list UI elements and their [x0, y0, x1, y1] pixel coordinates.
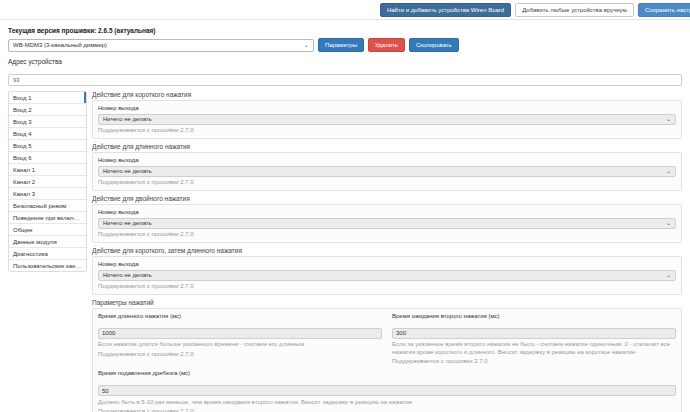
select-value: Ничего не делать: [103, 116, 152, 122]
double-press-action-select[interactable]: Ничего не делать ⌄: [98, 218, 676, 229]
second-press-wait-helper: Если за указанное время второго нажатия …: [392, 341, 676, 355]
add-manual-button[interactable]: Добавить любые устройства вручную: [515, 3, 634, 17]
debounce-time-field: Время подавления дребезга (мс) Должно бы…: [98, 370, 676, 412]
chevron-down-icon: ⌄: [304, 42, 309, 48]
select-value: Ничего не делать: [103, 168, 152, 174]
device-model-row: WB-MDM3 (3-канальный диммер) ⌄ Параметры…: [8, 38, 682, 52]
press-params-panel: Время длинного нажатия (мс) Если нажатие…: [92, 308, 682, 412]
firmware-support-note: Поддерживается с прошивки 2.7.0: [98, 127, 676, 134]
long-press-action-select[interactable]: Ничего не делать ⌄: [98, 166, 676, 177]
sidebar-item[interactable]: Общее: [9, 224, 86, 236]
params-button[interactable]: Параметры: [318, 38, 364, 52]
short-then-long-press-panel: Номер выхода Ничего не делать ⌄ Поддержи…: [92, 256, 682, 295]
sidebar-item[interactable]: Вход 3: [9, 116, 86, 128]
chevron-down-icon: ⌄: [666, 168, 671, 174]
long-press-time-field: Время длинного нажатия (мс) Если нажатие…: [98, 313, 382, 365]
device-model-value: WB-MDM3 (3-канальный диммер): [13, 42, 107, 48]
find-devices-button[interactable]: Найти и добавить устройства Wiren Board: [380, 3, 511, 17]
device-address-input[interactable]: [8, 74, 682, 86]
select-value: Ничего не делать: [103, 272, 152, 278]
firmware-support-note: Поддерживается с прошивки 2.7.0: [392, 358, 676, 365]
firmware-version-label: Текущая версия прошивки: 2.6.5 (актуальн…: [8, 27, 682, 34]
long-press-time-helper: Если нажатие длится больше указанного вр…: [98, 341, 382, 348]
sidebar-item[interactable]: Поведение при включении ...: [9, 212, 86, 224]
device-address-label: Адрес устройства: [8, 58, 682, 65]
chevron-down-icon: ⌄: [666, 116, 671, 122]
sidebar-item[interactable]: Вход 1: [9, 92, 86, 104]
chevron-down-icon: ⌄: [666, 220, 671, 226]
top-toolbar: Найти и добавить устройства Wiren Board …: [0, 0, 690, 20]
main-area: Вход 1 Вход 2 Вход 3 Вход 4 Вход 5 Вход …: [0, 88, 690, 412]
section-title-short-press: Действие для короткого нажатия: [92, 91, 682, 98]
chevron-down-icon: ⌄: [666, 272, 671, 278]
firmware-support-note: Поддерживается с прошивки 2.7.0: [98, 231, 676, 238]
section-title-short-then-long-press: Действие для короткого, затем длинного н…: [92, 247, 682, 254]
firmware-support-note: Поддерживается с прошивки 2.7.0: [98, 283, 676, 290]
output-number-label: Номер выхода: [98, 209, 676, 216]
output-number-label: Номер выхода: [98, 157, 676, 164]
sidebar-nav: Вход 1 Вход 2 Вход 3 Вход 4 Вход 5 Вход …: [8, 91, 87, 272]
device-config-page: Найти и добавить устройства Wiren Board …: [0, 0, 690, 412]
debounce-time-label: Время подавления дребезга (мс): [98, 370, 676, 377]
output-number-label: Номер выхода: [98, 105, 676, 112]
debounce-time-helper: Должно быть в 5-10 раз меньше, чем время…: [98, 399, 676, 406]
device-header: Текущая версия прошивки: 2.6.5 (актуальн…: [0, 20, 690, 88]
content-area: Действие для короткого нажатия Номер вых…: [92, 91, 682, 412]
firmware-support-note: Поддерживается с прошивки 2.7.0: [98, 351, 382, 358]
long-press-panel: Номер выхода Ничего не делать ⌄ Поддержи…: [92, 152, 682, 191]
short-press-action-select[interactable]: Ничего не делать ⌄: [98, 114, 676, 125]
output-number-label: Номер выхода: [98, 261, 676, 268]
select-value: Ничего не делать: [103, 220, 152, 226]
sidebar-item[interactable]: Диагностика: [9, 248, 86, 260]
second-press-wait-input[interactable]: [392, 328, 676, 339]
sidebar-item[interactable]: Пользовательские каналы: [9, 260, 86, 271]
copy-button[interactable]: Скопировать: [409, 38, 459, 52]
sidebar-item[interactable]: Данные модуля: [9, 236, 86, 248]
short-then-long-action-select[interactable]: Ничего не делать ⌄: [98, 270, 676, 281]
section-title-press-params: Параметры нажатий: [92, 299, 682, 306]
sidebar-item[interactable]: Вход 5: [9, 140, 86, 152]
sidebar-item[interactable]: Вход 4: [9, 128, 86, 140]
firmware-support-note: Поддерживается с прошивки 2.7.0: [98, 179, 676, 186]
sidebar-item[interactable]: Канал 1: [9, 164, 86, 176]
firmware-support-note: Поддерживается с прошивки 2.7.0: [98, 408, 676, 412]
device-model-select[interactable]: WB-MDM3 (3-канальный диммер) ⌄: [8, 39, 314, 52]
save-settings-button[interactable]: Сохранить настройки: [638, 3, 690, 17]
section-title-long-press: Действие для длинного нажатия: [92, 143, 682, 150]
debounce-time-input[interactable]: [98, 385, 676, 396]
sidebar-item[interactable]: Вход 2: [9, 104, 86, 116]
delete-button[interactable]: Удалить: [368, 38, 405, 52]
sidebar-item[interactable]: Канал 3: [9, 188, 86, 200]
sidebar-item[interactable]: Вход 6: [9, 152, 86, 164]
second-press-wait-field: Время ожидания второго нажатия (мс) Если…: [392, 313, 676, 365]
sidebar-item[interactable]: Канал 2: [9, 176, 86, 188]
second-press-wait-label: Время ожидания второго нажатия (мс): [392, 313, 676, 320]
double-press-panel: Номер выхода Ничего не делать ⌄ Поддержи…: [92, 204, 682, 243]
section-title-double-press: Действие для двойного нажатия: [92, 195, 682, 202]
long-press-time-label: Время длинного нажатия (мс): [98, 313, 382, 320]
long-press-time-input[interactable]: [98, 328, 382, 339]
sidebar-item[interactable]: Безопасный режим: [9, 200, 86, 212]
short-press-panel: Номер выхода Ничего не делать ⌄ Поддержи…: [92, 100, 682, 139]
